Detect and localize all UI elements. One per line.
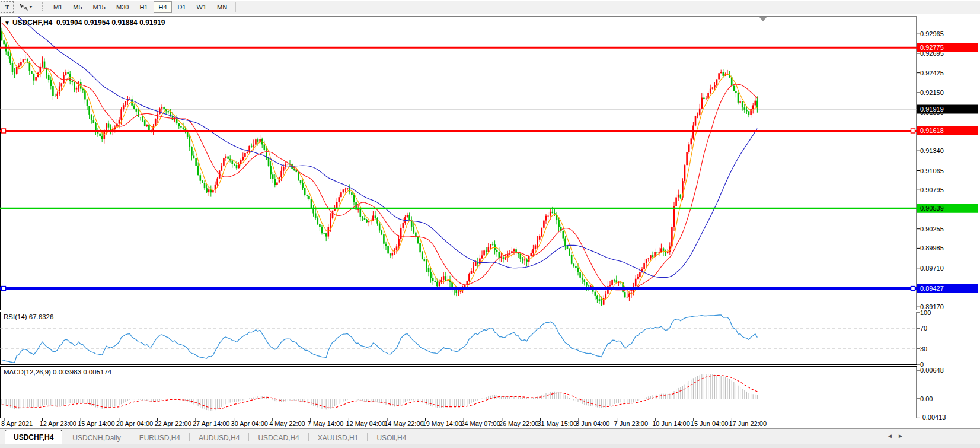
- candle-body: [532, 249, 534, 253]
- candle-body: [308, 196, 310, 199]
- tab-separator: [308, 433, 309, 441]
- candle-body: [432, 278, 434, 281]
- candle-body: [481, 255, 483, 258]
- candle-body: [403, 223, 404, 228]
- timeframe-button-h1[interactable]: H1: [135, 1, 152, 13]
- candle-body: [499, 252, 500, 258]
- macd-panel[interactable]: [1, 367, 917, 418]
- candle-body: [276, 183, 278, 185]
- candle-body: [136, 109, 138, 112]
- level-handle[interactable]: [911, 287, 915, 291]
- chart-tab-usdcnh[interactable]: USDCNH,Daily: [64, 431, 129, 444]
- timeframe-button-d1[interactable]: D1: [173, 1, 191, 13]
- candle-body: [197, 166, 199, 175]
- candle-body: [35, 77, 37, 81]
- timeframe-button-h4[interactable]: H4: [154, 1, 171, 13]
- candle-body: [202, 181, 203, 183]
- candle-body: [59, 86, 60, 93]
- candle-body: [684, 165, 686, 181]
- candle-body: [146, 125, 148, 126]
- date-axis-label: 26 May 22:00: [499, 420, 539, 427]
- level-handle[interactable]: [2, 129, 6, 133]
- candle-body: [443, 276, 445, 280]
- candle-body: [360, 209, 362, 217]
- candle-body: [343, 189, 344, 192]
- rsi-axis-label: 30: [920, 345, 927, 352]
- candle-body: [159, 109, 161, 114]
- cursor-tool-button[interactable]: ▾: [15, 1, 36, 13]
- candle-body: [739, 101, 741, 103]
- candle-body: [65, 72, 67, 75]
- candle-body: [101, 136, 103, 139]
- candle-body: [456, 290, 458, 293]
- timeframe-button-w1[interactable]: W1: [192, 1, 212, 13]
- timeframe-button-m1[interactable]: M1: [49, 1, 67, 13]
- chart-canvas[interactable]: 0.929650.926950.924250.921500.918800.916…: [0, 15, 980, 428]
- candle-body: [408, 215, 410, 220]
- chart-tab-xauusd[interactable]: XAUUSD,H1: [309, 431, 367, 444]
- price-axis-label: 0.91065: [920, 167, 944, 174]
- candle-body: [488, 247, 490, 252]
- timeframe-button-m5[interactable]: M5: [68, 1, 87, 13]
- candle-body: [133, 106, 135, 109]
- chart-tab-usdcad[interactable]: USDCAD,H4: [250, 431, 307, 444]
- tabs-container: USDCHF,H4USDCNH,DailyEURUSD,H4AUDUSD,H4U…: [5, 430, 414, 444]
- candle-body: [104, 132, 106, 139]
- level-handle[interactable]: [911, 129, 915, 133]
- candle-body: [392, 253, 394, 256]
- macd-axis-label: -0.00413: [920, 414, 946, 421]
- candle-body: [627, 297, 628, 297]
- dropdown-arrow-icon: ▾: [30, 4, 32, 9]
- candle-body: [323, 233, 325, 234]
- candle-body: [87, 99, 88, 106]
- candle-body: [552, 212, 554, 213]
- candle-body: [375, 215, 376, 218]
- candle-body: [344, 189, 346, 189]
- tab-scroll-left-button[interactable]: ◄: [887, 433, 893, 439]
- candle-body: [221, 166, 223, 171]
- candle-body: [691, 138, 692, 144]
- chart-tab-usdchf[interactable]: USDCHF,H4: [5, 430, 62, 444]
- timeframe-button-mn[interactable]: MN: [212, 1, 232, 13]
- candle-body: [304, 188, 306, 195]
- date-axis-label: 12 Apr 23:00: [40, 420, 76, 427]
- rsi-panel[interactable]: [1, 312, 917, 365]
- candle-body: [287, 164, 289, 164]
- date-axis-label: 7 May 14:00: [308, 420, 344, 427]
- date-axis-label: 3 Jun 04:00: [576, 420, 610, 427]
- candle-body: [688, 144, 690, 152]
- candle-body: [311, 199, 312, 208]
- chart-tab-eurusd[interactable]: EURUSD,H4: [131, 431, 189, 444]
- timeframe-button-m30[interactable]: M30: [111, 1, 133, 13]
- tab-scroll-right-button[interactable]: ►: [898, 433, 904, 439]
- candle-body: [272, 174, 274, 179]
- candle-body: [55, 96, 56, 96]
- candle-body: [390, 253, 391, 255]
- main-chart-panel[interactable]: [1, 17, 917, 310]
- candle-body: [535, 245, 537, 249]
- candle-body: [332, 211, 334, 218]
- candle-body: [319, 224, 321, 227]
- date-axis-label: 15 Jun 04:00: [691, 420, 729, 427]
- text-tool-button[interactable]: T: [1, 1, 14, 13]
- chart-tab-audusd[interactable]: AUDUSD,H4: [190, 431, 248, 444]
- toolbar-separator: [235, 2, 236, 12]
- candle-body: [746, 110, 748, 112]
- price-axis-label: 0.91340: [920, 147, 944, 154]
- candle-body: [61, 83, 63, 86]
- candle-body: [590, 286, 592, 287]
- candle-body: [259, 139, 261, 142]
- candle-body: [492, 244, 494, 245]
- candle-body: [144, 120, 146, 126]
- candle-body: [571, 255, 573, 263]
- candle-body: [204, 183, 206, 189]
- chart-tab-usoil[interactable]: USOil,H4: [368, 431, 414, 444]
- candle-body: [428, 268, 430, 272]
- timeframe-button-m15[interactable]: M15: [88, 1, 110, 13]
- candle-body: [547, 216, 549, 217]
- candle-body: [635, 279, 637, 287]
- candle-body: [120, 109, 122, 120]
- candle-body: [439, 282, 440, 286]
- candle-body: [283, 167, 285, 171]
- level-handle[interactable]: [2, 287, 6, 291]
